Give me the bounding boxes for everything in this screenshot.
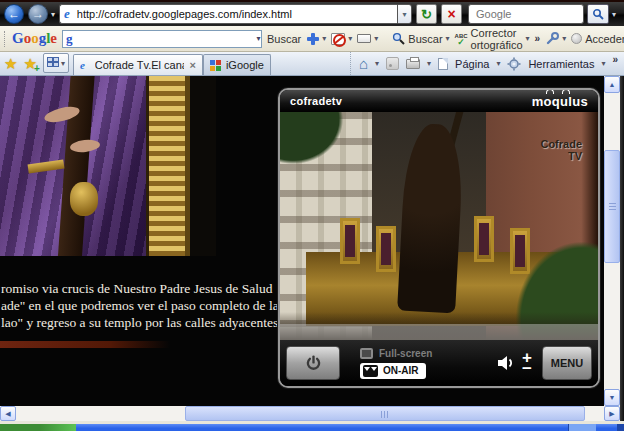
chevron-down-icon[interactable]: ▾ — [257, 34, 261, 43]
tab-label: Cofrade Tv.El canal co... — [95, 59, 185, 71]
fullscreen-icon — [360, 348, 373, 359]
magnifier-icon — [392, 32, 405, 45]
add-favorite-icon[interactable]: ★+ — [23, 55, 36, 73]
scroll-up-button[interactable]: ▲ — [604, 76, 620, 93]
scroll-left-button[interactable]: ◀ — [0, 406, 16, 421]
vertical-scroll-thumb[interactable] — [604, 150, 620, 263]
address-dropdown[interactable]: ▾ — [397, 4, 412, 24]
google-logo: Google — [12, 30, 57, 47]
signal-wave-icon — [546, 89, 554, 94]
watermark-line: Cofrade — [540, 138, 582, 150]
command-overflow-chevron[interactable]: » — [612, 54, 618, 65]
painting-detail — [28, 160, 65, 174]
chevron-down-icon: ▾ — [403, 10, 407, 19]
volume-down-button[interactable]: − — [522, 363, 532, 374]
quick-tabs-button[interactable]: ▾ — [43, 53, 69, 73]
popup-blocker-button[interactable]: ▾ — [331, 33, 352, 45]
lantern-shape — [376, 226, 396, 272]
paragraph-line: ade" en el que podremos ver el paso comp… — [1, 297, 308, 314]
menu-label: MENU — [551, 357, 583, 369]
search-input[interactable] — [474, 7, 578, 21]
article-paragraph: romiso via crucis de Nuestro Padre Jesus… — [1, 280, 308, 331]
google-toolbar: Google g ▾ Buscar ▾ ▾ ▾ Buscar ▾ ABC✓ — [0, 26, 624, 52]
chevron-down-icon: ▾ — [61, 59, 65, 68]
chevron-down-icon: ▾ — [348, 34, 352, 43]
buscar-label: Buscar — [267, 33, 301, 45]
google-g-icon: g — [66, 31, 73, 47]
player-header: cofradetv moqulus — [280, 90, 598, 112]
tab-igoogle[interactable]: iGoogle — [203, 54, 271, 75]
toolbar-settings-button[interactable]: ▾ — [545, 32, 566, 46]
vertical-scrollbar[interactable]: ▲ ▼ — [604, 76, 620, 406]
video-frame[interactable]: Cofrade TV — [280, 112, 598, 340]
signin-button[interactable]: Acceder ▾ — [571, 33, 624, 45]
paragraph-line: lao" y regreso a su templo por las calle… — [1, 314, 308, 331]
logo-letter: e — [50, 30, 57, 46]
tab-cofrade-tv[interactable]: e Cofrade Tv.El canal co... × — [73, 54, 203, 75]
power-button[interactable] — [286, 346, 340, 380]
form-field-icon — [357, 34, 371, 43]
refresh-icon: ↻ — [421, 7, 432, 22]
refresh-button[interactable]: ↻ — [416, 4, 437, 24]
page-content: romiso via crucis de Nuestro Padre Jesus… — [0, 76, 604, 406]
toolbar-add-button[interactable]: ▾ — [306, 32, 326, 45]
back-button[interactable]: ← — [4, 4, 24, 24]
tab-label: iGoogle — [226, 59, 264, 71]
arrow-down-icon: ▼ — [609, 394, 616, 401]
spellcheck-button[interactable]: ABC✓ Corrector ortográfico ▾ — [455, 27, 530, 51]
menu-button[interactable]: MENU — [542, 346, 592, 380]
search-options-dropdown[interactable]: ▾ — [612, 10, 616, 19]
chevron-down-icon[interactable]: ▾ — [375, 59, 379, 68]
paragraph-line: romiso via crucis de Nuestro Padre Jesus… — [1, 280, 308, 297]
logo-letter: o — [31, 30, 39, 46]
favorites-center-icon[interactable]: ★ — [4, 55, 17, 73]
on-air-badge: ON-AIR — [360, 363, 426, 379]
toolbar-buscar-button[interactable]: Buscar — [267, 33, 301, 45]
chevron-down-icon: ▾ — [562, 34, 566, 43]
page-menu-button[interactable]: Página — [455, 58, 489, 70]
wrench-icon — [545, 32, 559, 46]
back-icon: ← — [8, 7, 20, 21]
chevron-down-icon: ▾ — [526, 34, 530, 43]
toolbar-search-combo[interactable]: g ▾ — [62, 30, 262, 48]
igoogle-icon — [210, 60, 221, 71]
scroll-down-button[interactable]: ▼ — [604, 389, 620, 406]
painting-detail — [70, 182, 98, 216]
stop-button[interactable]: × — [441, 4, 462, 24]
account-icon — [571, 33, 582, 44]
address-bar[interactable]: e — [59, 4, 397, 24]
horizontal-scrollbar[interactable]: ◀ ▶ — [0, 406, 620, 421]
video-player[interactable]: cofradetv moqulus — [278, 88, 600, 388]
gear-icon — [507, 57, 521, 71]
home-icon[interactable]: ⌂ — [359, 56, 368, 71]
speaker-icon[interactable] — [497, 355, 516, 371]
tools-menu-button[interactable]: Herramientas — [528, 58, 594, 70]
history-dropdown[interactable]: ▾ — [51, 10, 55, 19]
logo-text: moqulus — [532, 94, 588, 109]
chevron-down-icon: ▾ — [496, 59, 500, 68]
autofill-button[interactable]: ▾ — [357, 34, 378, 43]
scroll-right-button[interactable]: ▶ — [604, 406, 620, 421]
rss-feed-icon[interactable] — [386, 57, 399, 70]
chevron-down-icon[interactable]: ▾ — [427, 59, 431, 68]
tab-close-icon[interactable]: × — [189, 59, 195, 71]
toolbar-find-button[interactable]: Buscar ▾ — [392, 32, 449, 45]
printer-icon[interactable] — [406, 59, 420, 69]
start-button-sliver[interactable] — [0, 424, 76, 431]
search-go-button[interactable] — [587, 4, 609, 24]
fullscreen-button[interactable]: Full-screen — [360, 348, 489, 359]
chevron-down-icon: ▾ — [374, 34, 378, 43]
taskbar — [0, 424, 624, 431]
address-input[interactable] — [75, 7, 393, 21]
video-scene-trees — [280, 112, 352, 172]
toolbar-overflow-chevron[interactable]: » — [535, 33, 541, 44]
ie-page-icon: e — [64, 6, 70, 22]
toolbar-search-input[interactable] — [76, 30, 257, 47]
quick-search-box[interactable] — [468, 4, 584, 24]
spellcheck-label: Corrector ortográfico — [471, 27, 523, 51]
gold-frame — [146, 76, 190, 256]
logo-letter: G — [12, 30, 24, 46]
plus-icon: + — [34, 63, 40, 74]
horizontal-scroll-thumb[interactable] — [185, 406, 585, 421]
forward-button[interactable]: → — [28, 4, 48, 24]
